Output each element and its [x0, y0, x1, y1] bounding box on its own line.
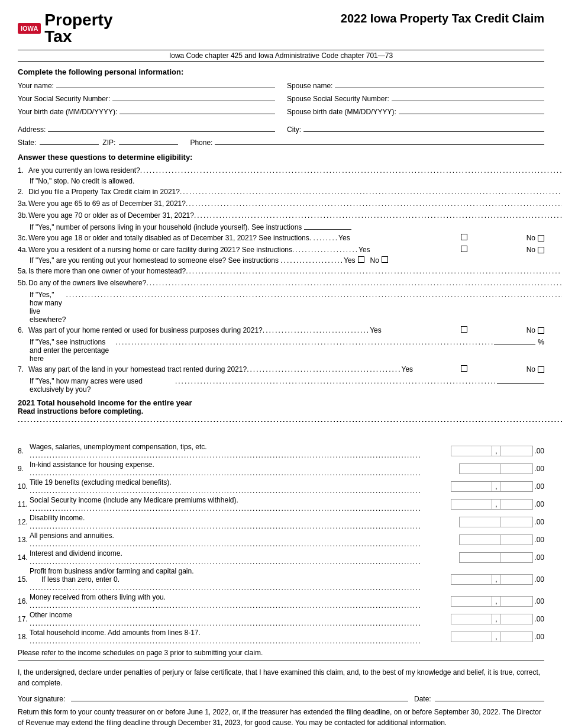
income-lines: 8. Wages, salaries, unemployment compens…	[18, 443, 544, 645]
income-line-15: 15. Profit from business and/or farming …	[18, 567, 544, 592]
income-cents: .00	[534, 597, 544, 605]
your-birth-input[interactable]	[119, 106, 275, 114]
income-right-input[interactable]	[500, 632, 533, 642]
spouse-name-field: Spouse name:	[287, 80, 544, 90]
spouse-birth-input[interactable]	[399, 106, 544, 114]
logo-tax: Tax	[44, 28, 112, 45]
your-name-input[interactable]	[56, 80, 275, 88]
income-right-input[interactable]	[500, 481, 533, 492]
income-left-input[interactable]	[459, 552, 500, 563]
income-left-input[interactable]	[451, 632, 492, 642]
income-input-group: .00	[450, 463, 544, 474]
income-box	[459, 534, 533, 545]
q3c-yes-checkbox[interactable]	[461, 234, 467, 240]
q4a-no-checkbox[interactable]	[538, 247, 544, 253]
personal-info-title: Complete the following personal informat…	[18, 67, 544, 76]
income-cents: .00	[534, 500, 544, 508]
q4a-sub-yes-checkbox[interactable]	[358, 256, 364, 263]
phone-label: Phone:	[190, 138, 212, 147]
income-right-input[interactable]	[500, 446, 533, 456]
q7-acres-input[interactable]	[497, 376, 544, 384]
income-right-input[interactable]	[500, 574, 533, 585]
income-line-10: 10. Title 19 benefits (excluding medical…	[18, 478, 544, 495]
q4a-answers: No	[467, 244, 544, 255]
comma-sep: ,	[492, 574, 500, 585]
signature-label: Your signature:	[18, 695, 65, 703]
income-right-input[interactable]	[500, 552, 533, 563]
spouse-name-input[interactable]	[335, 80, 544, 88]
income-line-text: Other income	[30, 611, 72, 619]
q4a-yes-checkbox[interactable]	[461, 246, 467, 252]
income-left-input[interactable]	[451, 481, 492, 492]
income-left-input[interactable]	[451, 499, 492, 510]
income-right-input[interactable]	[500, 596, 533, 607]
q6-no-checkbox[interactable]	[538, 327, 544, 334]
phone-input[interactable]	[215, 137, 544, 145]
income-right-input[interactable]	[500, 499, 533, 510]
q6-pct-input[interactable]	[494, 337, 535, 344]
q7-no: No	[527, 364, 544, 375]
eligibility-section: Answer these questions to determine elig…	[18, 153, 544, 394]
your-birth-label: Your birth date (MM/DD/YYYY):	[18, 108, 117, 116]
income-row-num: 18.	[18, 633, 30, 641]
question-2-row: 2. Did you file a Property Tax Credit cl…	[18, 186, 544, 197]
income-row-num: 8.	[18, 447, 30, 455]
your-ssn-input[interactable]	[112, 93, 275, 101]
income-left-input[interactable]	[459, 534, 500, 545]
income-row-text: Profit from business and/or farming and …	[30, 567, 450, 592]
address-input[interactable]	[48, 124, 275, 132]
state-zip-field: State: ZIP:	[18, 137, 178, 147]
question-4a-row: 4a. Were you a resident of a nursing hom…	[18, 244, 544, 255]
income-cents: .00	[534, 615, 544, 623]
signature-input[interactable]	[71, 693, 408, 701]
q6-yes-checkbox[interactable]	[461, 326, 467, 333]
income-line-text: In-kind assistance for housing expense.	[30, 460, 154, 469]
income-right-input[interactable]	[500, 534, 533, 545]
zip-label: ZIP:	[102, 138, 115, 147]
read-instructions-row: Read instructions before completing. ...…	[18, 407, 544, 440]
q3c-no: No	[527, 233, 544, 243]
comma-sep: ,	[492, 481, 500, 492]
spouse-ssn-field: Spouse Social Security Number:	[287, 93, 544, 103]
q3b-content: Were you age 70 or older as of December …	[28, 210, 562, 221]
q7-no-checkbox[interactable]	[538, 366, 544, 373]
date-input[interactable]	[435, 693, 544, 701]
q6-num: 6.	[18, 325, 28, 336]
city-input[interactable]	[303, 124, 544, 132]
income-right-input[interactable]	[500, 517, 533, 527]
income-left-input[interactable]	[451, 574, 492, 585]
zip-input[interactable]	[119, 137, 178, 145]
q6-sub: If "Yes," see instructions and enter the…	[18, 337, 544, 363]
q3c-no-checkbox[interactable]	[538, 235, 544, 241]
income-line-text: Disability income.	[30, 514, 85, 522]
question-3b-row: 3b. Were you age 70 or older as of Decem…	[18, 210, 544, 221]
income-left-input[interactable]	[451, 446, 492, 456]
spouse-birth-label: Spouse birth date (MM/DD/YYYY):	[287, 108, 396, 116]
spouse-ssn-label: Spouse Social Security Number:	[287, 95, 389, 103]
state-input[interactable]	[40, 137, 99, 145]
income-box	[459, 552, 533, 563]
city-field: City:	[287, 124, 544, 134]
q5b-sub-text: If "Yes," how many live elsewhere?	[30, 291, 66, 324]
income-cents: .00	[534, 575, 544, 584]
q7-yes-checkbox[interactable]	[461, 365, 467, 372]
income-left-input[interactable]	[459, 517, 500, 527]
income-row-num: 9.	[18, 465, 30, 473]
income-right-input[interactable]	[500, 463, 533, 474]
income-input-group: .00	[450, 552, 544, 563]
spouse-ssn-input[interactable]	[392, 93, 544, 101]
income-left-input[interactable]	[451, 596, 492, 607]
q3b-sub-input[interactable]	[304, 222, 351, 230]
income-row-text: Wages, salaries, unemployment compensati…	[30, 443, 450, 459]
income-line-text: Profit from business and/or farming and …	[30, 567, 450, 575]
income-left-input[interactable]	[459, 463, 500, 474]
income-right-input[interactable]	[500, 614, 533, 624]
address-label: Address:	[18, 125, 46, 134]
income-row-num: 17.	[18, 615, 30, 623]
income-line-text: Wages, salaries, unemployment compensati…	[30, 443, 207, 451]
q4a-sub-no-checkbox[interactable]	[382, 256, 388, 263]
income-left-input[interactable]	[451, 614, 492, 624]
q1-sub: If "No," stop. No credit is allowed.	[18, 177, 544, 185]
income-box: ,	[451, 446, 533, 456]
personal-info-section: Complete the following personal informat…	[18, 67, 544, 147]
